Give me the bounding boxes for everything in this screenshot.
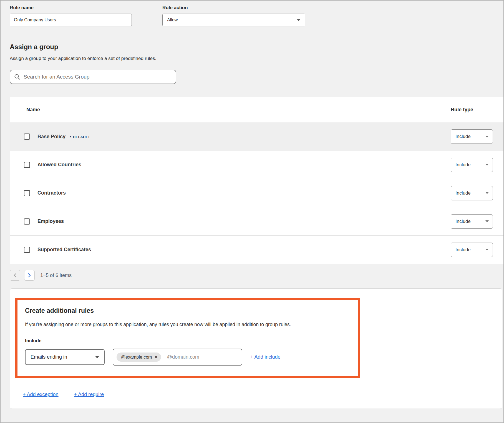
assign-group-description: Assign a group to your application to en… — [10, 56, 503, 61]
condition-select[interactable]: Emails ending in — [25, 349, 105, 365]
rule-editor-page: Rule name Rule action Allow Assign a gro… — [1, 1, 503, 409]
rule-type-select[interactable]: Include — [451, 186, 493, 200]
row-name-cell: Contractors — [10, 190, 451, 196]
column-header-rule-type: Rule type — [451, 107, 503, 113]
default-badge-label: DEFAULT — [73, 135, 90, 139]
chevron-down-icon — [485, 220, 489, 222]
row-name-cell: Employees — [10, 218, 451, 225]
add-include-link[interactable]: + Add include — [250, 354, 281, 360]
chevron-right-icon — [28, 273, 31, 278]
rule-name-input[interactable] — [10, 14, 132, 26]
row-rule-type-cell: Include — [451, 214, 503, 229]
rule-type-value: Include — [455, 162, 471, 168]
table-row: Supported Certificates Include — [10, 236, 503, 264]
condition-value: Emails ending in — [31, 354, 67, 360]
bullet-icon: • — [70, 134, 72, 139]
include-rule-controls: Emails ending in @example.com × + Add in… — [25, 349, 350, 366]
rule-type-select[interactable]: Include — [451, 129, 493, 144]
remove-tag-icon[interactable]: × — [155, 355, 157, 360]
pagination: 1–5 of 6 items — [10, 270, 503, 281]
add-exception-link[interactable]: + Add exception — [23, 392, 59, 397]
table-header-row: Name Rule type — [10, 97, 503, 122]
row-name-cell: Supported Certificates — [10, 247, 451, 253]
domain-tag-input[interactable]: @example.com × — [113, 349, 242, 366]
row-checkbox[interactable] — [24, 190, 30, 196]
group-name: Supported Certificates — [37, 247, 91, 253]
rule-name-field-group: Rule name — [10, 5, 132, 26]
row-checkbox[interactable] — [24, 247, 30, 253]
rule-type-value: Include — [455, 219, 471, 224]
chevron-down-icon — [485, 164, 489, 166]
rule-name-label: Rule name — [10, 5, 132, 11]
chevron-down-icon — [485, 192, 489, 194]
default-badge: •DEFAULT — [70, 134, 90, 139]
additional-rules-heading: Create additional rules — [25, 307, 350, 314]
row-rule-type-cell: Include — [451, 158, 503, 172]
group-name: Contractors — [37, 190, 66, 196]
row-rule-type-cell: Include — [451, 243, 503, 257]
rule-type-select[interactable]: Include — [451, 214, 493, 229]
rule-type-value: Include — [455, 190, 471, 196]
row-name-cell: Allowed Countries — [10, 162, 451, 168]
table-row: Employees Include — [10, 207, 503, 236]
chevron-down-icon — [297, 19, 301, 21]
pagination-caption: 1–5 of 6 items — [40, 273, 72, 278]
rule-action-select[interactable]: Allow — [162, 14, 305, 26]
domain-tag: @example.com × — [117, 352, 161, 362]
domain-input[interactable] — [167, 354, 238, 360]
table-row: Contractors Include — [10, 179, 503, 207]
row-checkbox[interactable] — [24, 218, 30, 225]
highlight-outline: Create additional rules If you're assign… — [15, 298, 360, 378]
rule-action-label: Rule action — [162, 5, 305, 11]
search-input[interactable] — [24, 74, 172, 80]
rule-type-value: Include — [455, 134, 471, 139]
previous-page-button[interactable] — [10, 270, 20, 281]
group-name: Employees — [37, 218, 64, 224]
chevron-down-icon — [485, 249, 489, 251]
include-label: Include — [25, 338, 350, 344]
group-name: Base Policy — [37, 134, 65, 140]
access-group-search[interactable] — [10, 70, 176, 84]
additional-rules-description: If you're assigning one or more groups t… — [25, 322, 350, 328]
group-name: Allowed Countries — [37, 162, 81, 168]
chevron-down-icon — [95, 356, 99, 358]
table-row: Base Policy •DEFAULT Include — [10, 122, 503, 151]
rule-action-value: Allow — [167, 17, 178, 22]
row-rule-type-cell: Include — [451, 186, 503, 200]
next-page-button[interactable] — [24, 270, 35, 281]
rule-type-select[interactable]: Include — [451, 243, 493, 257]
access-group-table: Name Rule type Base Policy •DEFAULT Incl… — [10, 97, 503, 264]
row-checkbox[interactable] — [24, 134, 30, 140]
chevron-down-icon — [485, 136, 489, 138]
rule-type-value: Include — [455, 247, 471, 253]
search-icon — [14, 74, 20, 80]
rule-type-select[interactable]: Include — [451, 158, 493, 172]
additional-rules-card: Create additional rules If you're assign… — [10, 288, 502, 409]
add-require-link[interactable]: + Add require — [74, 392, 104, 397]
domain-tag-label: @example.com — [121, 355, 152, 360]
column-header-name: Name — [10, 107, 451, 113]
rule-links-row: + Add exception + Add require — [23, 392, 502, 397]
rule-form: Rule name Rule action Allow — [10, 5, 503, 26]
table-row: Allowed Countries Include — [10, 151, 503, 179]
rule-action-field-group: Rule action Allow — [162, 5, 305, 26]
chevron-left-icon — [13, 273, 17, 278]
row-checkbox[interactable] — [24, 162, 30, 168]
row-name-cell: Base Policy •DEFAULT — [10, 134, 451, 140]
assign-group-heading: Assign a group — [10, 43, 503, 51]
row-rule-type-cell: Include — [451, 129, 503, 144]
